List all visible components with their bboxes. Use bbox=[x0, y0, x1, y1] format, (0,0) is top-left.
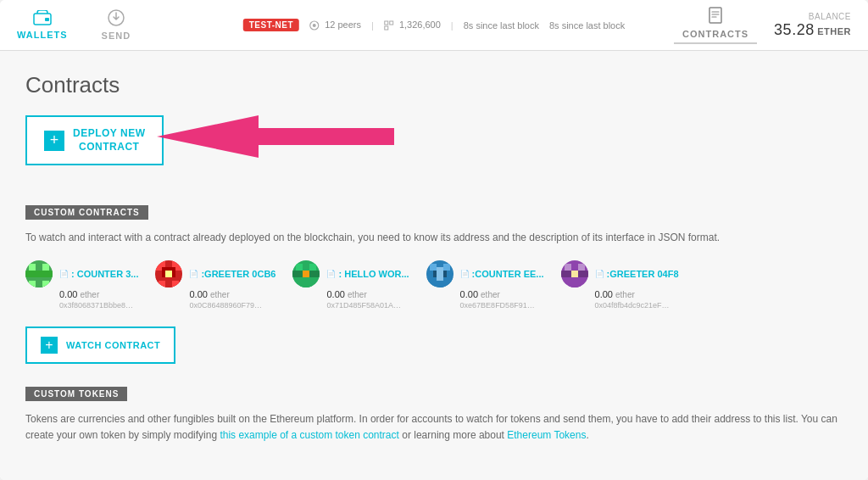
balance-display: 35.28 ETHER bbox=[774, 21, 851, 39]
send-icon bbox=[107, 9, 125, 29]
contract-balance-2: 0.00 ether bbox=[155, 289, 229, 299]
balance-currency: ETHER bbox=[817, 26, 851, 36]
block-info: 1,326,600 bbox=[384, 20, 441, 31]
watch-button-label: WATCH CONTRACT bbox=[66, 340, 160, 350]
contract-name-2: :GREETER 0CB6 bbox=[201, 269, 275, 279]
svg-rect-5 bbox=[385, 21, 388, 25]
svg-rect-13 bbox=[25, 271, 53, 277]
contract-item-greeter0cb6[interactable]: 📄 :GREETER 0CB6 0.00 ether 0x0C86488960F… bbox=[155, 260, 275, 310]
svg-rect-41 bbox=[568, 277, 581, 287]
svg-rect-24 bbox=[172, 281, 179, 287]
svg-rect-16 bbox=[42, 281, 49, 287]
balance-label: BALANCE bbox=[774, 12, 851, 21]
wallets-icon bbox=[33, 10, 52, 28]
contract-balance-4: 0.00 ether bbox=[426, 289, 500, 299]
arrow-decoration bbox=[157, 111, 394, 165]
contract-address-5: 0x04f8fb4dc9c21eF6D5... bbox=[561, 301, 671, 310]
last-block-info: 8s since last block bbox=[464, 20, 539, 31]
contract-name-4: :COUNTER EE... bbox=[472, 269, 544, 279]
ethereum-tokens-link[interactable]: Ethereum Tokens bbox=[507, 429, 586, 441]
svg-rect-11 bbox=[29, 264, 36, 271]
svg-rect-36 bbox=[437, 267, 443, 281]
svg-rect-39 bbox=[578, 264, 585, 271]
wallets-nav-item[interactable]: WALLETS bbox=[17, 10, 68, 40]
svg-rect-7 bbox=[385, 26, 388, 30]
balance-section: BALANCE 35.28 ETHER bbox=[774, 12, 851, 39]
app-window: WALLETS SEND TEST-NET 12 peers | bbox=[0, 0, 868, 480]
svg-rect-21 bbox=[165, 271, 172, 277]
wallets-label: WALLETS bbox=[17, 30, 68, 40]
token-contract-link[interactable]: this example of a custom token contract bbox=[220, 429, 398, 441]
contract-address-4: 0xe67BE8FD58F91aCb... bbox=[426, 301, 537, 310]
svg-rect-33 bbox=[443, 264, 450, 271]
svg-rect-30 bbox=[303, 271, 309, 277]
contract-name-3: : HELLO WOR... bbox=[338, 269, 409, 279]
contracts-icon bbox=[707, 7, 724, 27]
deploy-new-contract-button[interactable]: + DEPLOY NEWCONTRACT bbox=[25, 115, 164, 165]
balance-amount: 35.28 bbox=[774, 21, 815, 38]
svg-marker-9 bbox=[157, 115, 394, 158]
nav-center-section: TEST-NET 12 peers | 1,326,600 | 8s since… bbox=[243, 19, 625, 31]
contract-item-hellowor[interactable]: 📄 : HELLO WOR... 0.00 ether 0x71D485F58A… bbox=[292, 260, 409, 310]
custom-contracts-desc: To watch and interact with a contract al… bbox=[25, 230, 843, 245]
svg-rect-26 bbox=[296, 264, 303, 271]
deploy-plus-icon: + bbox=[44, 131, 64, 151]
nav-right-section: CONTRACTS BALANCE 35.28 ETHER bbox=[674, 7, 851, 44]
contract-item-greeter04f8[interactable]: 📄 :GREETER 04F8 0.00 ether 0x04f8fb4dc9c… bbox=[561, 260, 679, 310]
nav-left-section: WALLETS SEND bbox=[17, 9, 131, 41]
svg-rect-1 bbox=[45, 18, 49, 21]
svg-rect-23 bbox=[159, 281, 165, 287]
send-nav-item[interactable]: SEND bbox=[102, 9, 131, 41]
custom-tokens-header: CUSTOM TOKENS bbox=[25, 387, 127, 401]
svg-rect-12 bbox=[42, 264, 49, 271]
contracts-tab[interactable]: CONTRACTS bbox=[674, 7, 757, 44]
contract-item-counter3[interactable]: 📄 : COUNTER 3... 0.00 ether 0x3f8068371B… bbox=[25, 260, 138, 310]
contract-avatar-3 bbox=[292, 260, 320, 287]
contract-address-1: 0x3f8068371Bbbe8R00... bbox=[25, 301, 136, 310]
deploy-button-label: DEPLOY NEWCONTRACT bbox=[73, 127, 145, 153]
peers-info: 12 peers bbox=[309, 20, 361, 31]
contract-name-1: : COUNTER 3... bbox=[71, 269, 138, 279]
contract-avatar-1 bbox=[25, 260, 53, 287]
svg-rect-32 bbox=[430, 264, 437, 271]
main-content: Contracts + DEPLOY NEWCONTRACT CUSTOM CO… bbox=[0, 51, 868, 480]
testnet-badge: TEST-NET bbox=[243, 19, 299, 31]
custom-contracts-header: CUSTOM CONTRACTS bbox=[25, 205, 148, 220]
contract-address-2: 0x0C86488960F7989AA... bbox=[155, 301, 265, 310]
contracts-list: 📄 : COUNTER 3... 0.00 ether 0x3f8068371B… bbox=[25, 260, 843, 310]
svg-rect-29 bbox=[299, 277, 313, 287]
tokens-description: Tokens are currencies and other fungible… bbox=[25, 411, 843, 444]
contract-balance-3: 0.00 ether bbox=[292, 289, 366, 299]
svg-rect-6 bbox=[390, 21, 393, 25]
svg-rect-15 bbox=[29, 281, 36, 287]
top-navigation: WALLETS SEND TEST-NET 12 peers | bbox=[0, 0, 868, 51]
contract-balance-1: 0.00 ether bbox=[25, 289, 99, 299]
watch-plus-icon: + bbox=[41, 337, 58, 354]
watch-contract-button[interactable]: + WATCH CONTRACT bbox=[25, 327, 175, 364]
send-label: SEND bbox=[102, 31, 131, 41]
svg-point-4 bbox=[313, 24, 316, 27]
page-title: Contracts bbox=[25, 72, 843, 98]
svg-rect-27 bbox=[309, 264, 316, 271]
contract-avatar-4 bbox=[426, 260, 453, 287]
custom-contracts-section: CUSTOM CONTRACTS To watch and interact w… bbox=[25, 204, 843, 385]
custom-tokens-section: CUSTOM TOKENS Tokens are currencies and … bbox=[25, 385, 843, 444]
contract-avatar-5 bbox=[561, 260, 588, 287]
contracts-tab-label: CONTRACTS bbox=[682, 29, 748, 39]
contract-avatar-2 bbox=[155, 260, 182, 287]
contract-item-counteree[interactable]: 📄 :COUNTER EE... 0.00 ether 0xe67BE8FD58… bbox=[426, 260, 544, 310]
contract-address-3: 0x71D485F58A01A6E94... bbox=[292, 301, 403, 310]
contract-name-5: :GREETER 04F8 bbox=[607, 269, 679, 279]
contract-balance-5: 0.00 ether bbox=[561, 289, 635, 299]
svg-rect-42 bbox=[571, 271, 578, 277]
svg-rect-8 bbox=[709, 8, 721, 23]
svg-rect-38 bbox=[565, 264, 571, 271]
